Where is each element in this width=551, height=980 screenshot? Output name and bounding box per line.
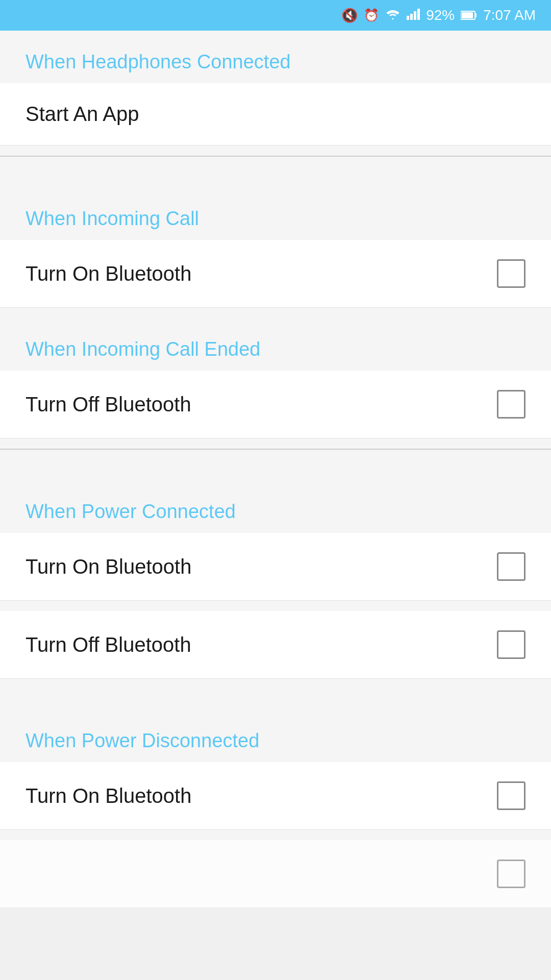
turn-off-bluetooth-power-checkbox[interactable] — [497, 630, 525, 659]
headphones-connected-header: When Headphones Connected — [0, 31, 551, 83]
section-power-disconnected: When Power Disconnected Turn On Bluetoot… — [0, 709, 551, 840]
svg-rect-6 — [462, 12, 473, 18]
svg-rect-5 — [475, 13, 477, 17]
power-connected-header: When Power Connected — [0, 480, 551, 533]
start-an-app-item[interactable]: Start An App — [0, 83, 551, 145]
spacer-2 — [0, 450, 551, 480]
turn-off-bluetooth-incoming-checkbox[interactable] — [497, 390, 525, 419]
mute-icon: 🔇 — [341, 8, 358, 23]
turn-on-bluetooth-incoming-label: Turn On Bluetooth — [26, 262, 191, 285]
turn-on-bluetooth-disconnected-item[interactable]: Turn On Bluetooth — [0, 762, 551, 830]
wifi-icon — [385, 8, 400, 23]
spacer-1 — [0, 157, 551, 187]
section-incoming-call-ended: When Incoming Call Ended Turn Off Blueto… — [0, 318, 551, 449]
power-disconnected-header: When Power Disconnected — [0, 709, 551, 762]
status-icons: 🔇 ⏰ 92% — [341, 7, 536, 23]
turn-off-bluetooth-power-label: Turn Off Bluetooth — [26, 633, 191, 656]
turn-on-bluetooth-incoming-checkbox[interactable] — [497, 259, 525, 288]
incoming-call-ended-header: When Incoming Call Ended — [0, 318, 551, 371]
turn-off-bluetooth-power-item[interactable]: Turn Off Bluetooth — [0, 611, 551, 679]
spacer-3 — [0, 679, 551, 709]
turn-on-bluetooth-incoming-item[interactable]: Turn On Bluetooth — [0, 240, 551, 308]
turn-on-bluetooth-power-checkbox[interactable] — [497, 552, 525, 581]
turn-on-bluetooth-power-label: Turn On Bluetooth — [26, 555, 191, 578]
turn-on-bluetooth-disconnected-label: Turn On Bluetooth — [26, 785, 191, 807]
svg-rect-3 — [417, 9, 420, 20]
bottom-partial-checkbox[interactable] — [497, 860, 525, 888]
svg-rect-2 — [414, 11, 416, 20]
turn-on-bluetooth-power-item[interactable]: Turn On Bluetooth — [0, 533, 551, 601]
main-content: When Headphones Connected Start An App W… — [0, 31, 551, 908]
section-headphones-connected: When Headphones Connected Start An App — [0, 31, 551, 156]
start-an-app-label: Start An App — [26, 103, 139, 125]
svg-rect-1 — [410, 14, 413, 20]
turn-off-bluetooth-incoming-label: Turn Off Bluetooth — [26, 393, 191, 416]
battery-icon — [461, 8, 477, 23]
turn-on-bluetooth-disconnected-checkbox[interactable] — [497, 781, 525, 810]
bottom-partial-item[interactable] — [0, 840, 551, 908]
battery-percent: 92% — [426, 7, 455, 23]
time-display: 7:07 AM — [483, 7, 536, 23]
section-incoming-call: When Incoming Call Turn On Bluetooth — [0, 187, 551, 318]
section-power-connected: When Power Connected Turn On Bluetooth — [0, 480, 551, 611]
signal-icon — [407, 8, 420, 23]
svg-rect-0 — [407, 16, 409, 20]
turn-off-bluetooth-incoming-item[interactable]: Turn Off Bluetooth — [0, 371, 551, 438]
status-bar: 🔇 ⏰ 92% — [0, 0, 551, 31]
alarm-icon: ⏰ — [364, 8, 379, 22]
incoming-call-header: When Incoming Call — [0, 187, 551, 240]
